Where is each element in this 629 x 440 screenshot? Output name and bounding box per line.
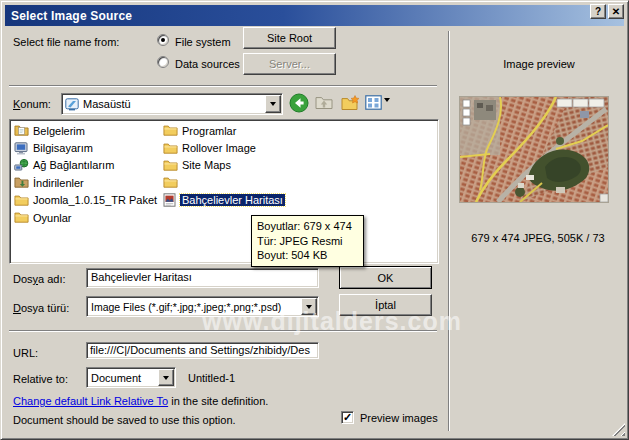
map-thumbnail-graphic [460, 97, 608, 202]
views-icon[interactable] [365, 95, 382, 110]
folder-icon [14, 211, 31, 224]
ok-label: OK [378, 272, 394, 284]
cancel-button[interactable]: İptal [339, 294, 432, 316]
help-icon: ? [595, 7, 601, 17]
document-name: Untitled-1 [188, 372, 235, 384]
folder-icon [163, 159, 180, 172]
folder-icon [163, 124, 180, 137]
file-name-input[interactable]: Bahçelievler Haritası [86, 268, 319, 288]
file-name[interactable]: Site Maps [180, 159, 233, 171]
relative-to-dropdown-arrow[interactable] [158, 369, 174, 386]
file-type-label: Dosya türü: [13, 302, 69, 314]
file-type-dropdown-arrow[interactable] [301, 298, 317, 315]
file-name[interactable]: Rollover Image [180, 142, 258, 154]
preview-images-label[interactable]: Preview images [360, 412, 438, 424]
my-documents-icon [14, 124, 31, 137]
location-dropdown-arrow[interactable] [265, 95, 281, 113]
list-item[interactable]: İndirilenler [14, 174, 159, 191]
file-info-tooltip: Boyutlar: 679 x 474 Tür: JPEG Resmi Boyu… [251, 215, 364, 267]
back-icon[interactable] [289, 93, 309, 113]
url-input[interactable]: file:///C|/Documents and Settings/zhibid… [86, 342, 319, 359]
cancel-label: İptal [375, 299, 396, 311]
tooltip-dimensions: Boyutlar: 679 x 474 [257, 219, 358, 234]
file-name[interactable]: İndirilenler [31, 177, 86, 189]
resize-grip[interactable] [612, 423, 625, 436]
image-file-icon [163, 193, 180, 207]
image-preview-thumbnail[interactable] [459, 96, 609, 203]
file-type-combobox[interactable]: Image Files (*.gif;*.jpg;*.jpeg;*.png;*.… [86, 296, 319, 317]
location-value: Masaüstü [83, 98, 264, 110]
link-rest: in the site definition. [168, 395, 268, 407]
up-folder-icon [315, 95, 333, 110]
list-item[interactable]: Bilgisayarım [14, 139, 159, 156]
relative-to-value: Document [91, 372, 157, 384]
relative-to-label: Relative to: [13, 373, 68, 385]
file-name[interactable]: Oyunlar [31, 212, 74, 224]
relative-to-combobox[interactable]: Document [86, 367, 176, 388]
save-note: Document should be saved to use this opt… [13, 414, 236, 426]
preview-images-checkbox[interactable]: ✓ [341, 411, 354, 424]
select-image-source-dialog: Select Image Source ? ✕ Select file name… [0, 0, 629, 440]
folder-icon [14, 194, 31, 207]
list-item[interactable]: Oyunlar [14, 209, 159, 226]
select-file-name-from-label: Select file name from: [13, 36, 119, 48]
list-item[interactable]: Programlar [163, 122, 285, 139]
change-default-link[interactable]: Change default Link Relative To [13, 395, 168, 407]
separator-bottom [9, 330, 437, 332]
site-root-label: Site Root [267, 32, 312, 44]
file-name[interactable]: Belgelerim [31, 125, 87, 137]
file-name[interactable]: Ağ Bağlantılarım [31, 159, 116, 171]
file-name[interactable]: Joomla_1.0.15_TR Paket [31, 194, 159, 206]
tooltip-size: Boyut: 504 KB [257, 248, 358, 263]
folder-icon [163, 176, 180, 189]
check-icon: ✓ [343, 412, 352, 423]
network-icon [14, 159, 31, 172]
close-icon: ✕ [612, 7, 620, 17]
image-preview-title: Image preview [450, 58, 628, 70]
help-button[interactable]: ? [590, 4, 606, 19]
close-button[interactable]: ✕ [608, 4, 624, 19]
list-item[interactable]: Site Maps [163, 157, 285, 174]
list-item[interactable]: Rollover Image [163, 139, 285, 156]
tooltip-type: Tür: JPEG Resmi [257, 234, 358, 249]
file-name-value: Bahçelievler Haritası [91, 271, 192, 283]
list-item[interactable]: Belgelerim [14, 122, 159, 139]
data-sources-radio[interactable] [157, 56, 169, 68]
site-root-button[interactable]: Site Root [243, 27, 336, 49]
location-combobox[interactable]: Masaüstü [61, 93, 283, 115]
my-computer-icon [14, 142, 31, 155]
list-item[interactable]: Ağ Bağlantılarım [14, 157, 159, 174]
file-system-radio[interactable] [157, 34, 169, 46]
preview-separator [448, 31, 450, 431]
download-folder-icon [14, 176, 31, 189]
list-item-selected[interactable]: Bahçelievler Haritası [163, 192, 285, 209]
data-sources-label[interactable]: Data sources [175, 58, 240, 70]
location-label: Konum: [13, 98, 51, 110]
file-system-label[interactable]: File system [175, 36, 231, 48]
file-name[interactable]: Bilgisayarım [31, 142, 95, 154]
title-bar[interactable]: Select Image Source [5, 5, 624, 26]
url-label: URL: [13, 347, 38, 359]
list-item[interactable]: Joomla_1.0.15_TR Paket [14, 192, 159, 209]
folder-icon [163, 142, 180, 155]
ok-button[interactable]: OK [339, 266, 432, 289]
list-item[interactable] [163, 174, 285, 191]
dialog-title: Select Image Source [11, 9, 132, 23]
selected-file-name[interactable]: Bahçelievler Haritası [180, 194, 285, 206]
file-list[interactable]: Belgelerim Bilgisayarım Ağ Bağlantılarım… [9, 119, 439, 264]
server-button: Server... [243, 53, 336, 75]
file-type-value: Image Files (*.gif;*.jpg;*.jpeg;*.png;*.… [91, 301, 300, 313]
file-name[interactable]: Programlar [180, 125, 238, 137]
link-line: Change default Link Relative To in the s… [13, 395, 268, 407]
image-preview-caption: 679 x 474 JPEG, 505K / 73 [448, 232, 628, 244]
views-dropdown-arrow[interactable] [384, 102, 390, 114]
file-name-label: Dosya adı: [13, 273, 66, 285]
desktop-icon [65, 98, 79, 111]
url-value: file:///C|/Documents and Settings/zhibid… [90, 344, 310, 356]
separator-top [9, 85, 437, 87]
server-label: Server... [269, 58, 310, 70]
new-folder-icon[interactable] [341, 95, 360, 111]
